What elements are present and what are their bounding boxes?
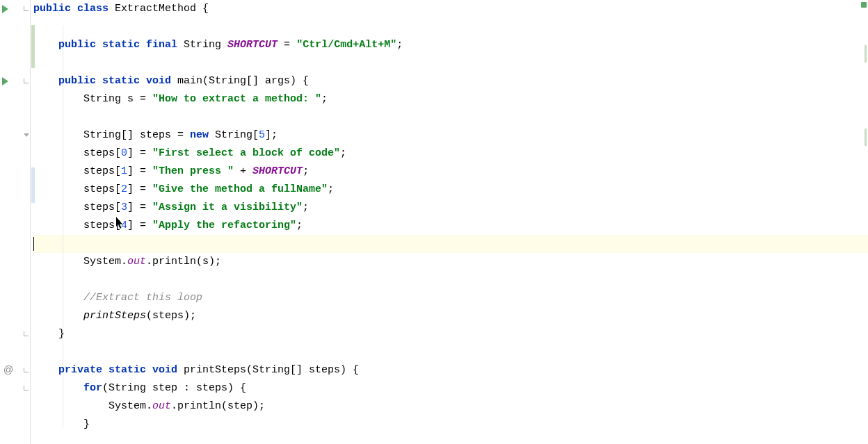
string-literal: "Apply the refactoring" <box>152 220 296 231</box>
call-args: (steps); <box>146 310 196 322</box>
number-literal: 5 <box>259 129 265 141</box>
semi: ; <box>340 147 346 159</box>
step-mid: ] = <box>127 202 152 213</box>
vcs-overview-marker[interactable] <box>865 45 867 63</box>
string-literal: "Assign it a visibility" <box>152 202 303 213</box>
fold-end-icon[interactable] <box>24 331 29 336</box>
eq: = <box>278 39 296 51</box>
index: 2 <box>121 183 127 195</box>
keyword-for: for <box>83 382 102 394</box>
println-mid: .println(step); <box>171 400 265 412</box>
fold-icon[interactable] <box>24 386 29 390</box>
string-literal: "Then press " <box>152 165 234 177</box>
mouse-cursor-icon <box>116 217 124 229</box>
step-mid: ] = <box>127 147 152 159</box>
method-call: printSteps <box>83 310 146 322</box>
params: (String[] args) { <box>202 75 309 87</box>
semi: ; <box>328 183 334 195</box>
string-literal: "How to extract a method: " <box>152 93 321 105</box>
fold-icon[interactable] <box>24 368 29 372</box>
class-name: ExtractMethod <box>115 3 196 15</box>
arr-type: String[ <box>209 129 259 141</box>
fold-icon[interactable] <box>24 79 29 83</box>
method-modifiers: public static void <box>58 75 171 87</box>
keyword-new: new <box>190 129 209 141</box>
index: 0 <box>121 147 127 159</box>
brace-close: } <box>58 328 65 340</box>
step-pre: steps[ <box>83 183 121 195</box>
println-mid: .println(s); <box>146 256 221 268</box>
gutter: @ <box>0 0 31 444</box>
step-pre: steps[ <box>83 220 121 231</box>
semi: ; <box>296 220 303 231</box>
step-pre: steps[ <box>83 165 121 177</box>
string-literal: "Ctrl/Cmd+Alt+M" <box>296 39 396 51</box>
method-name: main <box>177 75 202 87</box>
vcs-overview-marker[interactable] <box>865 129 867 146</box>
keyword-public: public <box>33 3 71 15</box>
arr-decl-pre: String[] steps = <box>83 129 190 141</box>
fold-arrow-icon[interactable] <box>24 133 29 137</box>
field-type: String <box>184 39 221 51</box>
run-class-icon[interactable] <box>2 5 8 13</box>
comment: //Extract this loop <box>83 292 202 304</box>
index: 1 <box>121 165 127 177</box>
semi: ; <box>396 39 403 51</box>
step-mid: ] = <box>127 165 152 177</box>
for-rest: (String step : steps) { <box>102 382 246 394</box>
run-method-icon[interactable] <box>2 77 8 85</box>
text-cursor <box>33 237 34 251</box>
override-icon[interactable]: @ <box>3 364 13 375</box>
var-decl-pre: String s = <box>83 93 152 105</box>
semi: ; <box>303 165 309 177</box>
step-pre: steps[ <box>83 147 121 159</box>
method-modifiers: private static void <box>58 364 177 376</box>
step-pre: steps[ <box>83 202 121 213</box>
brace-close: } <box>83 418 90 430</box>
field-name: SHORTCUT <box>227 39 278 51</box>
string-literal: "Give the method a fullName" <box>152 183 328 195</box>
field-ref: SHORTCUT <box>252 165 303 177</box>
semi: ; <box>321 93 328 105</box>
method-name: printSteps <box>184 364 246 376</box>
out-ref: out <box>152 400 171 412</box>
step-mid: ] = <box>127 183 152 195</box>
plus: + <box>234 165 252 177</box>
active-line-highlight <box>33 235 868 253</box>
out-ref: out <box>127 256 146 268</box>
keyword-class: class <box>77 3 108 15</box>
inspection-status-icon[interactable] <box>861 2 867 8</box>
semi: ; <box>303 202 309 213</box>
string-literal: "First select a block of code" <box>152 147 340 159</box>
index: 3 <box>121 202 127 213</box>
println-pre: System. <box>108 400 152 412</box>
code-content[interactable]: public class ExtractMethod { public stat… <box>31 0 868 444</box>
step-mid: ] = <box>127 220 152 231</box>
scrollbar[interactable] <box>860 0 868 444</box>
brace: { <box>196 3 209 15</box>
params: (String[] steps) { <box>246 364 359 376</box>
field-modifiers: public static final <box>58 39 177 51</box>
fold-icon[interactable] <box>24 6 29 11</box>
code-editor[interactable]: @ public class ExtractMethod { public st… <box>0 0 868 444</box>
println-pre: System. <box>83 256 127 268</box>
arr-post: ]; <box>265 129 278 141</box>
